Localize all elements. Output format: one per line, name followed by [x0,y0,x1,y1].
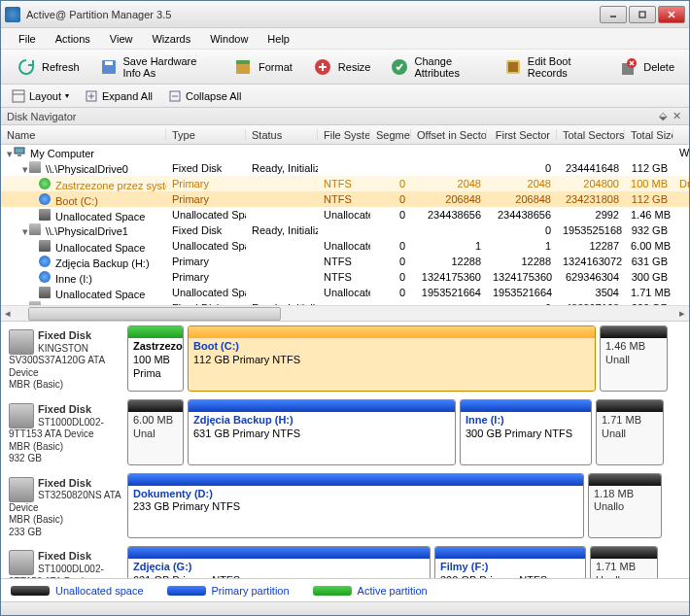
partition-block[interactable]: Zastrzezone100 MB Prima [127,325,184,392]
horizontal-scrollbar[interactable]: ◂ ▸ [1,305,689,321]
titlebar: Active@ Partition Manager 3.5 [1,1,689,28]
window-title: Active@ Partition Manager 3.5 [26,9,600,20]
scroll-left-icon[interactable]: ◂ [1,307,15,320]
menu-window[interactable]: Window [200,30,258,48]
minimize-button[interactable] [600,6,627,23]
row-name: Unallocated Space [55,211,145,222]
cell-status: Ready, Initialized [246,302,318,305]
cell-offset: 206848 [411,193,487,205]
table-row[interactable]: Inne (I:)PrimaryNTFS01324175360132417536… [1,269,689,285]
col-name[interactable]: Name [1,129,166,141]
unallocated-icon [38,208,52,222]
partition-detail: 1.71 MB Unall [602,414,641,439]
unallocated-icon [38,239,52,253]
refresh-button[interactable]: Refresh [7,51,88,83]
boot-records-icon [503,56,523,78]
edit-boot-records-button[interactable]: Edit Boot Records [495,51,606,84]
cell-segment: 0 [370,193,411,205]
row-name: Inne (I:) [55,273,92,285]
partition-block[interactable]: Boot (C:)112 GB Primary NTFS [188,325,596,392]
menu-actions[interactable]: Actions [46,30,100,48]
partition-block[interactable]: Filmy (F:)300 GB Primary NTFS [434,546,586,578]
close-button[interactable] [658,6,685,23]
table-row[interactable]: ▾My ComputerWin [1,145,689,160]
col-total-size[interactable]: Total Size [625,129,673,141]
panel-pin-button[interactable]: ⬙ [656,110,670,122]
partition-block[interactable]: Inne (I:)300 GB Primary NTFS [460,399,592,465]
disk-map-panel[interactable]: Fixed DiskKINGSTON SV300S37A120G ATA Dev… [1,321,689,578]
col-offset[interactable]: Offset in Sectors [411,129,487,141]
table-row[interactable]: Zdjęcia Backup (H:)PrimaryNTFS0122881228… [1,254,689,269]
partition-block[interactable]: Dokumenty (D:)233 GB Primary NTFS [127,473,584,539]
menu-file[interactable]: File [9,30,46,48]
cell-fs: Unallocated [318,240,370,252]
cell-fs: Unallocated [318,287,370,298]
cell-first: 206848 [487,193,557,205]
partition-bar [601,326,667,338]
partition-name: Zdjęcia Backup (H:) [193,414,293,426]
svg-rect-19 [17,154,21,156]
scroll-right-icon[interactable]: ▸ [675,307,689,320]
table-row[interactable]: Unallocated SpaceUnallocated SpaceUnallo… [1,238,689,254]
cell-offset: 234438656 [411,209,487,221]
cell-size: 300 GB [625,271,673,283]
format-button[interactable]: Format [224,51,301,83]
partition-bar [461,400,591,412]
disk-icon [9,329,34,355]
col-filesystem[interactable]: File System [318,129,370,141]
collapse-all-button[interactable]: Collapse All [161,86,248,106]
col-type[interactable]: Type [166,129,246,141]
layout-button[interactable]: Layout▾ [5,86,76,106]
cell-type: Fixed Disk [166,162,246,174]
menu-wizards[interactable]: Wizards [142,30,200,48]
table-row[interactable]: ▾\\.\PhysicalDrive0Fixed DiskReady, Init… [1,160,689,176]
scroll-thumb[interactable] [28,307,281,321]
partition-bar [128,474,583,486]
row-name: Unallocated Space [55,289,145,300]
legend: Unallocated space Primary partition Acti… [1,578,689,601]
unallocated-block[interactable]: 1.18 MB Unallo [588,473,662,539]
col-segment[interactable]: Segment [370,129,411,141]
cell-total: 234441648 [557,162,625,174]
table-row[interactable]: Boot (C:)PrimaryNTFS02068482068482342318… [1,191,689,207]
change-attributes-button[interactable]: Change Attributes [381,51,492,84]
resize-button[interactable]: Resize [303,51,380,83]
unallocated-block[interactable]: 6.00 MB Unal [127,399,184,465]
cell-first: 1 [487,240,557,252]
maximize-button[interactable] [629,6,656,23]
partition-detail: 100 MB Prima [133,354,170,379]
save-icon [99,56,119,78]
delete-button[interactable]: Delete [608,51,683,83]
unallocated-block[interactable]: 1.71 MB Unall [596,399,664,465]
partition-block[interactable]: Zdjęcia Backup (H:)631 GB Primary NTFS [188,399,456,465]
cell-extra: Driv [673,178,689,189]
panel-close-button[interactable]: ✕ [670,110,683,122]
save-hardware-info-button[interactable]: Save Hardware Info As [90,51,222,84]
statusbar [1,601,689,615]
menu-help[interactable]: Help [258,30,299,48]
table-row[interactable]: ▾\\.\PhysicalDrive1Fixed DiskReady, Init… [1,222,689,238]
cell-type: Primary [166,271,246,283]
cell-type: Fixed Disk [166,302,246,305]
expand-all-button[interactable]: Expand All [78,86,159,106]
panel-title: Disk Navigator [7,111,77,122]
grid-body[interactable]: ▾My ComputerWin▾\\.\PhysicalDrive0Fixed … [1,145,689,305]
table-row[interactable]: Unallocated SpaceUnallocated SpaceUnallo… [1,285,689,300]
col-first-sector[interactable]: First Sector [487,129,557,141]
col-status[interactable]: Status [246,129,318,141]
partition-icon [38,270,52,284]
unallocated-block[interactable]: 1.46 MB Unall [600,325,668,392]
app-icon [5,7,20,22]
col-total-sectors[interactable]: Total Sectors [557,129,625,141]
table-row[interactable]: Unallocated SpaceUnallocated SpaceUnallo… [1,207,689,222]
partition-block[interactable]: Zdjęcia (G:)631 GB Primary NTFS [127,546,431,578]
disk-info: Fixed DiskST1000DL002-9TT153 ATA DeviceM… [7,546,121,578]
partition-name: Dokumenty (D:) [133,488,213,499]
menu-view[interactable]: View [100,30,143,48]
cell-first: 12288 [487,256,557,267]
svg-rect-18 [15,148,24,154]
table-row[interactable]: ▸\\.\PhysicalDrive2Fixed DiskReady, Init… [1,300,689,305]
partition-detail: 300 GB Primary NTFS [466,428,572,439]
unallocated-block[interactable]: 1.71 MB Unallo [590,546,658,578]
table-row[interactable]: Zastrzezone przez system (1:)PrimaryNTFS… [1,176,689,191]
